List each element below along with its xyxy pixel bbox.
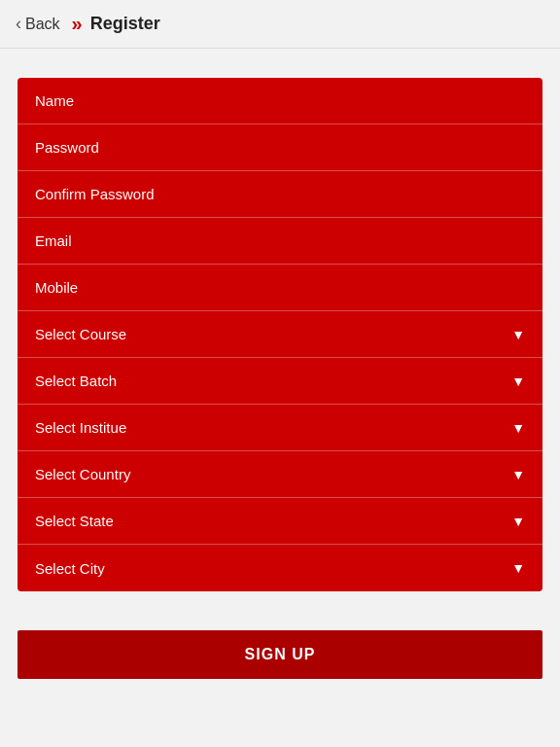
registration-form: NamePasswordConfirm PasswordEmailMobileS… — [18, 78, 542, 591]
back-button[interactable]: ‹ Back — [16, 14, 60, 34]
field-label-confirm-password: Confirm Password — [35, 186, 155, 202]
dropdown-arrow-select-state: ▼ — [511, 514, 525, 529]
field-mobile[interactable]: Mobile — [18, 265, 542, 311]
field-label-email: Email — [35, 232, 72, 249]
dropdown-arrow-select-country: ▼ — [511, 467, 525, 482]
field-select-state[interactable]: Select State▼ — [18, 498, 542, 545]
field-password[interactable]: Password — [18, 124, 542, 171]
field-label-select-batch: Select Batch — [35, 373, 117, 389]
field-email[interactable]: Email — [18, 218, 542, 265]
field-select-institue[interactable]: Select Institue▼ — [18, 405, 542, 451]
field-label-select-institue: Select Institue — [35, 419, 126, 436]
dropdown-arrow-select-course: ▼ — [511, 327, 525, 342]
back-label: Back — [25, 16, 60, 33]
field-name[interactable]: Name — [18, 78, 542, 124]
field-label-mobile: Mobile — [35, 279, 78, 296]
field-confirm-password[interactable]: Confirm Password — [18, 171, 542, 218]
field-label-select-state: Select State — [35, 513, 114, 529]
header: ‹ Back » Register — [0, 0, 560, 49]
field-label-select-course: Select Course — [35, 326, 126, 342]
field-select-batch[interactable]: Select Batch▼ — [18, 358, 542, 405]
page-title: Register — [90, 14, 160, 34]
field-select-city[interactable]: Select City▼ — [18, 545, 542, 591]
back-chevron-icon: ‹ — [16, 14, 21, 34]
field-label-select-city: Select City — [35, 560, 105, 577]
field-select-country[interactable]: Select Country▼ — [18, 451, 542, 498]
field-select-course[interactable]: Select Course▼ — [18, 311, 542, 358]
signup-button[interactable]: SIGN UP — [18, 630, 542, 679]
field-label-name: Name — [35, 92, 74, 109]
logo-icon: » — [72, 13, 83, 35]
field-label-select-country: Select Country — [35, 466, 130, 482]
field-label-password: Password — [35, 139, 99, 156]
dropdown-arrow-select-batch: ▼ — [511, 374, 525, 389]
dropdown-arrow-select-institue: ▼ — [511, 420, 525, 436]
dropdown-arrow-select-city: ▼ — [511, 560, 525, 576]
